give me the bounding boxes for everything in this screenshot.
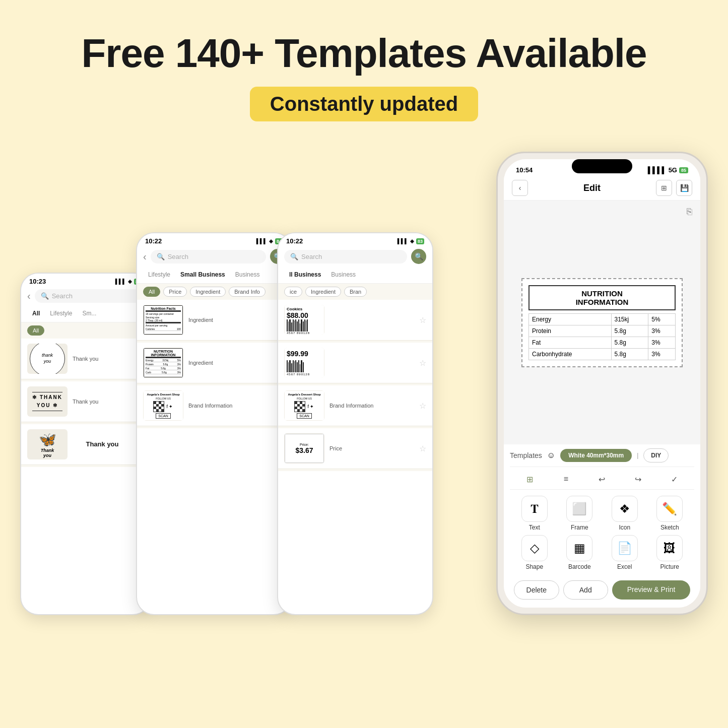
templates-row: Templates ☺ White 40mm*30mm | DIY [510,444,694,467]
save-icon[interactable]: 💾 [676,180,692,196]
brand-item-large[interactable]: Angela's Dessert Shop FOLLOW US [278,385,432,426]
battery-large: 83 [416,238,424,244]
barcode-item-1[interactable]: Cookies $88.00 [278,300,432,341]
tab-lifestyle-small[interactable]: Lifestyle [45,308,77,319]
filter-bar-large: ice Ingredient Bran [278,284,432,300]
chip-all-small[interactable]: All [27,325,44,336]
chip-price-medium[interactable]: Price [163,287,187,297]
nav-bar-small: ‹ 🔍 Search [21,287,150,305]
wifi-icon-large: ◈ [410,238,414,244]
template-info-brand-1: Brand Information [188,403,273,409]
text-label: Text [529,524,540,531]
barcode-item-2[interactable]: $99.99 4567 890128 [278,343,432,383]
barcode-bars-2 [287,358,322,372]
search-box-large[interactable]: 🔍 Search [284,250,407,263]
star-icon-price-large[interactable]: ☆ [419,444,426,453]
price-item-large[interactable]: Price: $3.67 Price ☆ [278,428,432,469]
template-item-1[interactable]: thankyou Thank you ☆ [21,339,150,379]
network-badge: 5G [669,166,677,174]
barcode-icon: ▦ [566,535,592,561]
filter-bar-medium: All Price Ingredient Brand Info [137,284,291,300]
template-preview-2: ✼ THANKYOU ✼ [27,386,68,417]
tab-bar-large: ll Business Business [278,266,432,284]
price-preview-large: Price: $3.67 [284,433,324,464]
star-icon-large-2[interactable]: ☆ [419,358,426,368]
brand-item-1[interactable]: Angela's Dessert Shop FOLLOW US [137,385,291,426]
tools-icon-row: ⊞ ≡ ↩ ↪ ✓ [510,467,694,490]
template-info-2: Thank you [73,399,132,405]
tool-barcode[interactable]: ▦ Barcode [559,535,601,570]
barcode-preview-2: $99.99 4567 890128 [284,348,324,378]
template-label-brand-large: Brand Information [329,403,414,409]
tab-sm-small[interactable]: Sm... [77,308,101,319]
grid-view-btn[interactable]: ⊞ [520,471,540,487]
search-box-small[interactable]: 🔍 Search [35,289,144,303]
time-large: 10:22 [286,237,303,245]
tool-text[interactable]: 𝐓 Text [514,496,555,531]
tool-excel[interactable]: 📄 Excel [604,535,645,570]
tab-business-medium[interactable]: Business [230,269,265,280]
star-icon-large-1[interactable]: ☆ [419,315,426,325]
subtitle-badge: Constantly updated [250,87,478,121]
nutrition-label: NUTRITIONINFORMATION Energy 315kj 5% Pro… [521,278,683,367]
nutrition-item-1[interactable]: Nutrition Facts 16 servings per containe… [137,300,291,341]
tab-llbiz-large[interactable]: ll Business [284,269,326,280]
signal-icon-small: ▌▌▌ [115,279,126,284]
price-tag-mini: Price: $3.67 [285,434,324,463]
tab-lifestyle-medium[interactable]: Lifestyle [143,269,175,280]
search-placeholder-small: Search [52,292,73,300]
template-list-small: thankyou Thank you ☆ ✼ THANKYOU ✼ [21,339,150,467]
chip-brandinfo-medium[interactable]: Brand Info [229,287,266,297]
check-btn[interactable]: ✓ [664,471,684,487]
time-small: 10:23 [29,278,46,285]
signal-icon-large: ▌▌▌ [398,238,408,244]
copy-icon[interactable]: ⎘ [687,207,692,217]
tab-smallbiz-medium[interactable]: Small Business [175,269,230,280]
size-chip[interactable]: White 40mm*30mm [560,449,632,462]
tool-sketch[interactable]: ✏️ Sketch [649,496,691,531]
phone-small: 10:23 ▌▌▌ ◈ 84 ‹ 🔍 Search [20,273,151,615]
nutrition-item-2[interactable]: NUTRITIONINFORMATION Energy315kj5% Prote… [137,343,291,383]
templates-label: Templates [510,451,542,459]
tool-shape[interactable]: ◇ Shape [514,535,555,570]
delete-button[interactable]: Delete [514,580,559,600]
nutrition-row-fat: Fat 5.8g 3% [529,337,676,348]
search-btn-large[interactable]: 🔍 [411,249,426,264]
star-icon-brand-large[interactable]: ☆ [419,401,426,411]
template-item-3[interactable]: 🦋 Thankyou Thank you ☆ [21,424,150,465]
template-preview-3: 🦋 Thankyou [27,429,68,459]
list-view-btn[interactable]: ≡ [556,471,576,487]
chip-brand-large[interactable]: Bran [344,287,367,297]
templates-emoji[interactable]: ☺ [547,451,555,460]
chip-ingredient-large[interactable]: Ingredient [305,287,341,297]
chip-ingredient-medium[interactable]: Ingredient [190,287,226,297]
icon-icon: ❖ [612,496,638,522]
tool-frame[interactable]: ⬜ Frame [559,496,601,531]
template-label-2: Thank you [73,399,132,405]
tab-biz-large[interactable]: Business [326,269,361,280]
back-btn-small[interactable]: ‹ [27,290,31,302]
add-button[interactable]: Add [563,580,609,600]
template-info-med-2: Ingredient [188,360,273,366]
tool-picture[interactable]: 🖼 Picture [649,535,691,570]
preview-print-button[interactable]: Preview & Print [612,580,690,600]
chip-all-medium[interactable]: All [143,287,160,297]
tool-icon[interactable]: ❖ Icon [604,496,645,531]
template-item-2[interactable]: ✼ THANKYOU ✼ Thank you ☆ [21,381,150,422]
diy-chip[interactable]: DIY [643,448,669,462]
undo-btn[interactable]: ↩ [592,471,612,487]
layers-icon[interactable]: ⊞ [656,180,672,196]
chip-price-large[interactable]: ice [284,287,302,297]
nutrition-label-title: NUTRITIONINFORMATION [528,285,676,310]
template-info-brand-large: Brand Information [329,403,414,409]
redo-btn[interactable]: ↪ [628,471,648,487]
edit-header: ‹ Edit ⊞ 💾 [504,176,700,201]
brand-mini-large: Angela's Dessert Shop FOLLOW US [285,391,324,420]
phone-large: 10:22 ▌▌▌ ◈ 83 🔍 Search 🔍 [277,232,433,615]
wifi-icon-small: ◈ [128,279,132,284]
back-btn-medium[interactable]: ‹ [143,251,147,262]
back-btn-right[interactable]: ‹ [512,180,528,196]
tab-all-small[interactable]: All [27,308,45,319]
search-box-medium[interactable]: 🔍 Search [151,250,266,263]
phone-medium: 10:22 ▌▌▌ ◈ 84 ‹ 🔍 Search 🔍 [136,232,292,615]
